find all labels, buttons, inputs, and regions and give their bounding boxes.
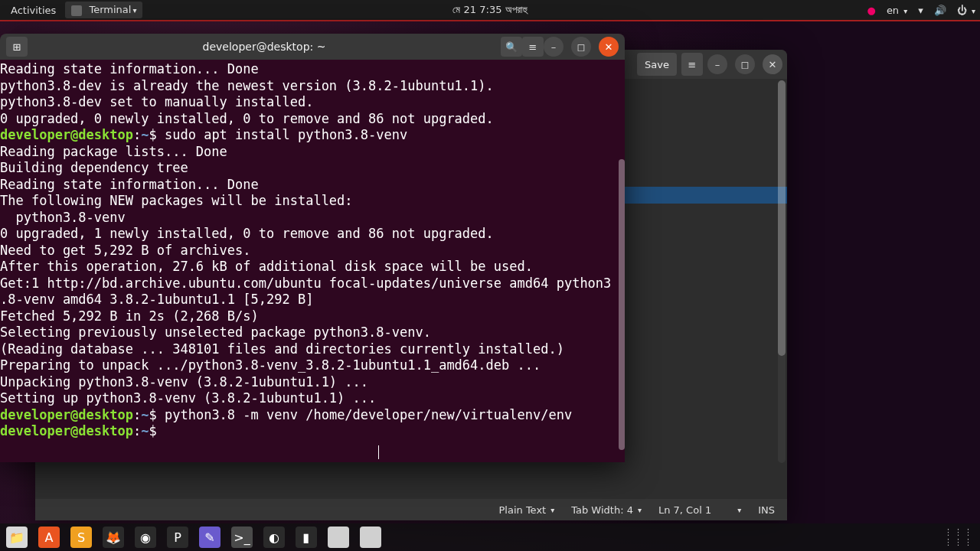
- activities-button[interactable]: Activities: [5, 2, 62, 18]
- record-indicator-icon: ●: [867, 5, 876, 16]
- tab-width[interactable]: Tab Width: 4 ▾: [571, 504, 642, 516]
- terminal-window[interactable]: ⊞ developer@desktop: ~ 🔍 ≡ – ◻ ✕ Reading…: [0, 34, 625, 462]
- menu-button[interactable]: ≡: [681, 53, 703, 76]
- power-icon[interactable]: ⏻ ▾: [957, 5, 975, 16]
- scrollbar-thumb[interactable]: [778, 80, 786, 356]
- insert-mode[interactable]: INS: [758, 504, 775, 516]
- dock-app-app2[interactable]: [360, 527, 381, 548]
- maximize-button[interactable]: ◻: [571, 37, 591, 57]
- show-applications-button[interactable]: ⋮⋮⋮⋮⋮⋮: [944, 527, 974, 547]
- dock-app-ubuntu-software[interactable]: A: [38, 527, 60, 548]
- dock-app-sublime[interactable]: S: [70, 527, 92, 548]
- save-button[interactable]: Save: [637, 53, 677, 76]
- terminal-viewport[interactable]: Reading state information... Done python…: [0, 60, 625, 462]
- syntax-mode[interactable]: Plain Text ▾: [498, 504, 554, 516]
- text-caret: [378, 445, 379, 459]
- terminal-headerbar: ⊞ developer@desktop: ~ 🔍 ≡ – ◻ ✕: [0, 34, 625, 60]
- minimize-button[interactable]: –: [544, 37, 564, 57]
- dock-app-firefox[interactable]: 🦊: [103, 527, 124, 548]
- dock-app-browser2[interactable]: ◐: [263, 527, 285, 548]
- gnome-top-panel: Activities Terminal▾ মে 21 7:35 অপরাহু ●…: [0, 0, 980, 20]
- scrollbar-thumb[interactable]: [619, 159, 625, 450]
- wifi-icon[interactable]: ▾: [918, 5, 923, 16]
- close-button[interactable]: ✕: [763, 54, 782, 74]
- search-button[interactable]: 🔍: [501, 37, 522, 57]
- window-title: developer@desktop: ~: [28, 41, 501, 53]
- close-button[interactable]: ✕: [599, 37, 619, 57]
- minimize-button[interactable]: –: [707, 54, 727, 74]
- new-tab-button[interactable]: ⊞: [6, 37, 28, 57]
- menu-button[interactable]: ≡: [522, 37, 544, 57]
- dock-app-terminal[interactable]: >_: [231, 527, 253, 548]
- gedit-statusbar: Plain Text ▾ Tab Width: 4 ▾ Ln 7, Col 1 …: [35, 499, 787, 520]
- dash-dock: 📁AS🦊◉P✎>_◐▮ ⋮⋮⋮⋮⋮⋮: [0, 523, 980, 551]
- accent-line: [0, 20, 980, 21]
- volume-icon[interactable]: 🔊: [934, 5, 946, 16]
- chevron-down-icon: ▾: [132, 6, 136, 15]
- dock-app-phone[interactable]: ▮: [296, 527, 317, 548]
- terminal-icon: [71, 5, 82, 16]
- dock-app-files[interactable]: 📁: [6, 527, 28, 548]
- clock[interactable]: মে 21 7:35 অপরাহু: [452, 4, 527, 16]
- terminal-scrollbar[interactable]: [619, 60, 625, 462]
- gedit-scrollbar[interactable]: [778, 80, 786, 463]
- cursor-position[interactable]: Ln 7, Col 1 ▾: [658, 504, 741, 516]
- maximize-button[interactable]: ◻: [735, 54, 755, 74]
- input-source[interactable]: en ▾: [887, 5, 907, 16]
- dock-app-notes[interactable]: ✎: [199, 527, 220, 548]
- app-menu[interactable]: Terminal▾: [65, 2, 142, 18]
- dock-app-chrome[interactable]: ◉: [135, 527, 156, 548]
- dock-app-app1[interactable]: [328, 527, 349, 548]
- dock-app-pycharm[interactable]: P: [167, 527, 188, 548]
